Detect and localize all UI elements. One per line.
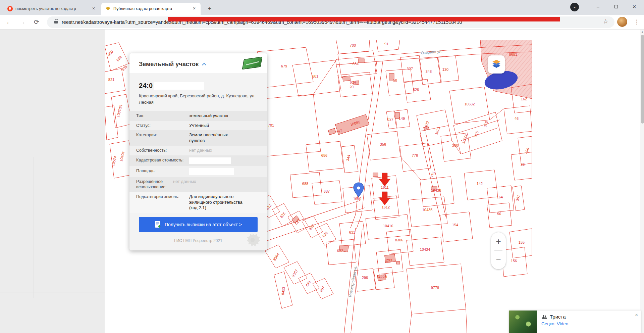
info-row-permitted-use: Разрешённое использование: нет данных: [129, 177, 267, 192]
emblem-favicon: [105, 6, 111, 11]
back-button[interactable]: ←: [4, 17, 14, 27]
redaction-box: [189, 168, 234, 175]
green-map-logo-icon: [242, 57, 263, 70]
info-row-status: Статус: Учтенный: [129, 121, 267, 131]
tab-close-icon[interactable]: ✕: [91, 6, 97, 12]
red-arrow-marker: [379, 192, 390, 205]
parcel-number-label: 688: [302, 182, 308, 186]
zoom-out-button[interactable]: −: [491, 251, 506, 269]
parcel-number-label: 155: [519, 240, 525, 244]
info-row-ownership: Собственность: нет данных: [129, 146, 267, 155]
parcel-number-label: 8423: [281, 287, 285, 295]
parcel-number-label: 196: [524, 147, 530, 154]
parcel-number-label: 327: [407, 67, 413, 71]
street-name-label: Озерная ул.: [421, 49, 442, 55]
page-scrollbar[interactable]: ▲: [640, 30, 644, 333]
parcel-number-label: 130: [442, 67, 448, 72]
panel-footer: ГИС ГМП Росреестр 2021: [129, 232, 267, 250]
info-row-cadastral-value: Кадастровая стоимость:: [129, 155, 267, 166]
layers-button[interactable]: [488, 55, 505, 74]
forward-button[interactable]: →: [17, 17, 28, 27]
ad-thumbnail[interactable]: [509, 311, 537, 333]
media-controls-button[interactable]: ⌄: [570, 3, 579, 11]
parcel-number-label: 10574: [111, 156, 117, 167]
tab-title: Публичная кадастровая карта: [113, 6, 189, 11]
zoom-controls: + −: [491, 232, 506, 269]
parcel-number-label: 10434: [420, 247, 430, 251]
yandex-favicon: Я: [7, 6, 13, 11]
browser-menu-icon[interactable]: ⋮: [632, 17, 641, 27]
address-bar[interactable]: reestr.net/kadastrovaya-karta?utm_source…: [47, 16, 614, 28]
scrollbar-thumb[interactable]: [641, 35, 644, 124]
parcel-number-label: 58: [393, 78, 397, 82]
parcel-number-label: 8367: [291, 269, 299, 278]
parcel-number-label: 614: [350, 80, 356, 84]
browser-toolbar: ← → ⟳ reestr.net/kadastrovaya-karta?utm_…: [0, 15, 644, 30]
parcel-number-label: 46: [515, 116, 519, 121]
buildings: [292, 59, 437, 281]
tile-gridline: [34, 157, 34, 298]
parcel-number-label: 684: [353, 62, 359, 66]
parcel-number-label: 667: [319, 285, 326, 293]
maximize-icon: [614, 5, 618, 8]
panel-title: Земельный участок: [139, 61, 199, 68]
parcel-number-label: 10416: [383, 224, 393, 228]
parcel-number-label: 326: [413, 88, 419, 92]
tab-close-icon[interactable]: ✕: [191, 6, 197, 12]
parcel-number-label: 10435: [422, 208, 433, 212]
maximize-button[interactable]: [608, 0, 624, 13]
parcel-number-label: 686: [321, 153, 327, 157]
tile-gridline: [0, 292, 105, 292]
tab-cadastral-map[interactable]: Публичная кадастровая карта ✕: [101, 3, 201, 15]
get-extracts-button[interactable]: Получить выписки на этот объект >: [139, 217, 258, 232]
ad-link[interactable]: Сецко: Video: [541, 321, 637, 326]
document-download-icon: [155, 221, 161, 229]
profile-avatar[interactable]: [617, 17, 627, 27]
parcel-number-label: 316: [483, 121, 489, 128]
parcel-number-label: 679: [281, 64, 287, 68]
minimize-button[interactable]: –: [590, 0, 606, 13]
new-tab-button[interactable]: +: [205, 5, 214, 13]
row-value: земельный участок: [189, 113, 262, 119]
parcel-number-label: 620: [308, 224, 315, 231]
row-value: нет данных: [173, 179, 262, 190]
parcel-number-label: 8306: [395, 238, 403, 242]
info-row-category: Категория: Земли населённых пунктов: [129, 130, 267, 146]
tab-title: посмотреть участок по кадастр: [15, 6, 88, 11]
zoom-in-button[interactable]: +: [491, 232, 506, 250]
parcel-number-label: 700: [350, 43, 356, 47]
ad-close-icon[interactable]: ×: [635, 312, 638, 318]
reload-button[interactable]: ⟳: [32, 17, 42, 27]
parcel-number-label: 625: [279, 211, 286, 219]
parcel-number-label: 659: [115, 55, 122, 62]
parcel-number-label: 293: [386, 258, 392, 262]
parcel-number-label: 20: [350, 85, 354, 89]
row-label: Подкатегория земель:: [136, 194, 189, 211]
close-window-button[interactable]: ✕: [627, 0, 642, 13]
parcel-number-label: 1612: [382, 205, 390, 209]
parcel-info-panel: Земельный участок 24:0 Красноярский край…: [129, 53, 267, 250]
tab-search-results[interactable]: Я посмотреть участок по кадастр ✕: [3, 3, 100, 15]
map-unloaded-tiles: [0, 30, 105, 333]
parcel-number-label: 632: [337, 249, 343, 253]
row-label: Тип:: [136, 113, 189, 119]
row-label: Площадь:: [136, 168, 189, 175]
collapse-chevron-icon[interactable]: [202, 63, 206, 67]
row-value: Учтенный: [189, 123, 262, 129]
scroll-up-arrow[interactable]: ▲: [640, 30, 644, 34]
parcel-number-label: 775: [430, 171, 435, 178]
video-ad-card[interactable]: Триста Сецко: Video ×: [509, 311, 641, 333]
parcel-number-label: 356: [380, 142, 386, 146]
bookmark-star-icon[interactable]: ☆: [603, 18, 608, 25]
row-label: Собственность:: [136, 148, 189, 153]
red-arrow-marker: [379, 173, 390, 186]
parcel-number-label: 33: [521, 162, 525, 166]
parcel-number-label: 687: [324, 189, 330, 193]
parcel-number-label: 162: [521, 97, 527, 101]
parcel-number-label: 1623: [434, 126, 441, 135]
row-label: Статус:: [136, 123, 189, 129]
parcel-number-label: 8364: [272, 252, 280, 261]
parcel-number-label: 149: [399, 116, 405, 121]
parcel-number-label: 681: [312, 74, 318, 78]
parcel-number-label: 422/1: [378, 275, 388, 279]
